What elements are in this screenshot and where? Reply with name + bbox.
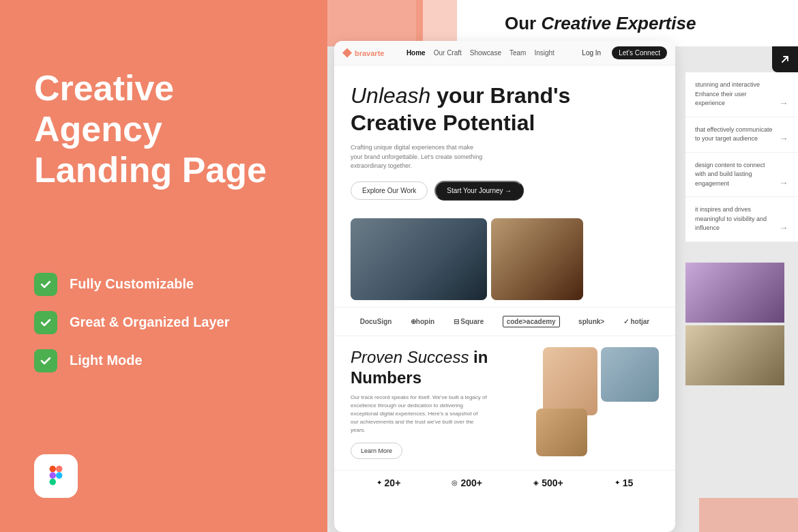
proven-subtext: Our track record speaks for itself. We'v… xyxy=(351,394,487,434)
start-journey-button[interactable]: Start Your Journey → xyxy=(434,181,524,201)
feature-label-3: Light Mode xyxy=(70,353,143,368)
figma-badge xyxy=(34,454,293,505)
proven-image-3 xyxy=(536,409,587,456)
expertise-item-text-2: that effectively communicate to your tar… xyxy=(695,125,777,144)
right-area: Our Creative Expertise bravarte Home Our… xyxy=(327,0,798,532)
expertise-item-text-3: design content to connect with and build… xyxy=(695,161,777,189)
arrow-right-icon-4: → xyxy=(779,222,788,233)
feature-label-1: Fully Customizable xyxy=(70,276,194,292)
expertise-detail-panel: stunning and interactive Enhance their u… xyxy=(685,72,798,242)
logo-shape-icon xyxy=(342,48,352,58)
expertise-item-3[interactable]: design content to connect with and build… xyxy=(685,153,798,198)
stat-3: ◈ 500+ xyxy=(533,477,563,488)
browser-mockup: bravarte Home Our Craft Showcase Team In… xyxy=(334,41,675,532)
proven-title: Proven Success in Numbers xyxy=(351,347,525,388)
top-section: Our Creative Expertise xyxy=(327,0,798,46)
proven-section: Proven Success in Numbers Our track reco… xyxy=(334,336,675,470)
check-icon-1 xyxy=(34,273,57,296)
features-list: Fully Customizable Great & Organized Lay… xyxy=(34,273,293,372)
title-line1: Creative Agency Landing Page xyxy=(34,68,293,190)
logo-codecademy: code>academy xyxy=(503,316,560,327)
left-panel: Creative Agency Landing Page Fully Custo… xyxy=(0,0,327,532)
feature-item-2: Great & Organized Layer xyxy=(34,311,293,334)
logo-splunk: splunk> xyxy=(578,318,604,325)
arrow-right-icon-3: → xyxy=(779,177,788,188)
stat-icon-2: ◎ xyxy=(452,479,458,486)
logo-square: ⊟ Square xyxy=(454,318,484,325)
expertise-item-4[interactable]: it inspires and drives meaningful to vis… xyxy=(685,197,798,242)
arrow-right-icon-1: → xyxy=(779,98,788,108)
stats-bar: ✦ 20+ ◎ 200+ ◈ 500+ ✦ 15 xyxy=(334,470,675,495)
salmon-decoration-top2 xyxy=(416,0,457,46)
expertise-title: Our Creative Expertise xyxy=(505,13,696,34)
proven-text: Proven Success in Numbers Our track reco… xyxy=(351,347,525,459)
logos-section: DocuSign ⊕hopin ⊟ Square code>academy sp… xyxy=(334,307,675,336)
feature-item-3: Light Mode xyxy=(34,349,293,372)
svg-rect-2 xyxy=(50,472,56,478)
stat-4: ✦ 15 xyxy=(615,477,634,488)
stat-icon-4: ✦ xyxy=(615,479,620,486)
expertise-item-text-1: stunning and interactive Enhance their u… xyxy=(695,80,777,108)
nav-links: Home Our Craft Showcase Team Insight xyxy=(389,49,571,57)
proven-images xyxy=(536,347,659,456)
right-thumbnails xyxy=(685,263,798,385)
svg-rect-0 xyxy=(50,466,56,472)
hero-buttons: Explore Our Work Start Your Journey → xyxy=(351,181,659,201)
feature-item-1: Fully Customizable xyxy=(34,273,293,296)
explore-work-button[interactable]: Explore Our Work xyxy=(351,181,428,200)
stat-value-1: 20+ xyxy=(385,477,401,488)
stat-value-2: 200+ xyxy=(460,477,482,488)
logo-hotjar: ✓ hotjar xyxy=(623,318,650,325)
right-thumbnail-1 xyxy=(685,263,784,323)
login-button[interactable]: Log In xyxy=(576,46,606,59)
svg-point-4 xyxy=(56,472,62,478)
svg-rect-1 xyxy=(56,466,62,472)
hero-heading: Unleash your Brand's Creative Potential xyxy=(351,82,659,136)
stat-1: ✦ 20+ xyxy=(376,477,401,488)
hero-image-small xyxy=(491,218,583,300)
expertise-item-2[interactable]: that effectively communicate to your tar… xyxy=(685,117,798,153)
nav-link-craft[interactable]: Our Craft xyxy=(434,49,462,57)
feature-label-2: Great & Organized Layer xyxy=(70,314,230,330)
browser-navbar: bravarte Home Our Craft Showcase Team In… xyxy=(334,41,675,65)
expertise-item-1[interactable]: stunning and interactive Enhance their u… xyxy=(685,72,798,117)
right-thumbnail-2 xyxy=(685,325,784,385)
stat-icon-1: ✦ xyxy=(376,479,382,486)
stat-2: ◎ 200+ xyxy=(452,477,482,488)
hero-subtext: Crafting unique digital experiences that… xyxy=(351,143,487,171)
hero-images xyxy=(334,211,675,307)
salmon-decoration-bottom xyxy=(699,498,798,532)
nav-actions: Log In Let's Connect xyxy=(576,46,667,59)
hero-image-large xyxy=(351,218,487,300)
logo-docusign: DocuSign xyxy=(360,318,392,325)
hero-section: Unleash your Brand's Creative Potential … xyxy=(334,65,675,211)
arrow-up-right-button[interactable] xyxy=(772,46,798,72)
arrow-right-icon-2: → xyxy=(779,133,788,144)
brand-logo: bravarte xyxy=(342,48,384,58)
nav-link-home[interactable]: Home xyxy=(407,49,426,57)
salmon-decoration-top xyxy=(327,0,423,46)
connect-button[interactable]: Let's Connect xyxy=(612,46,667,59)
check-icon-2 xyxy=(34,311,57,334)
proven-image-1 xyxy=(543,347,597,415)
stat-value-3: 500+ xyxy=(542,477,563,488)
svg-rect-3 xyxy=(50,479,56,485)
expertise-item-text-4: it inspires and drives meaningful to vis… xyxy=(695,205,777,233)
logo-hopin: ⊕hopin xyxy=(411,318,434,325)
product-title: Creative Agency Landing Page xyxy=(34,68,293,190)
check-icon-3 xyxy=(34,349,57,372)
stat-value-4: 15 xyxy=(623,477,634,488)
proven-image-2 xyxy=(601,347,659,402)
nav-link-insight[interactable]: Insight xyxy=(534,49,554,57)
stat-icon-3: ◈ xyxy=(533,479,539,486)
expertise-header: Our Creative Expertise xyxy=(491,0,798,46)
nav-link-team[interactable]: Team xyxy=(509,49,526,57)
learn-more-button[interactable]: Learn More xyxy=(351,443,402,459)
nav-link-showcase[interactable]: Showcase xyxy=(470,49,501,57)
